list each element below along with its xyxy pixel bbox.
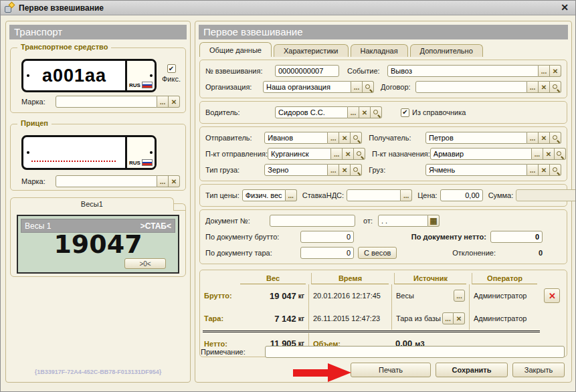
- destination-point-input[interactable]: [430, 148, 532, 160]
- receiver-open-button[interactable]: [550, 132, 561, 144]
- tare-source-cell: Тара из базы...✕: [391, 307, 469, 330]
- plate-input-underline: [31, 161, 116, 162]
- doc-tare-input[interactable]: [300, 247, 354, 259]
- zero-scale-button[interactable]: >0<: [124, 258, 166, 269]
- driver-clear-button[interactable]: ✕: [359, 106, 371, 118]
- cargo-type-input[interactable]: [264, 164, 328, 176]
- tare-source-select-button[interactable]: ...: [442, 312, 454, 324]
- doc-net-input[interactable]: [490, 231, 543, 243]
- russia-flag-icon: [142, 82, 153, 88]
- event-input[interactable]: [387, 65, 539, 77]
- cargo-type-select-button[interactable]: ...: [328, 164, 339, 176]
- plate-region-code: RUS: [129, 160, 140, 166]
- tare-row-label: Тара:: [203, 309, 237, 328]
- destination-point-select-button[interactable]: ...: [532, 148, 543, 160]
- sum-input: [516, 189, 576, 201]
- driver-open-button[interactable]: [371, 106, 382, 118]
- cargo-type-open-button[interactable]: [351, 164, 362, 176]
- tab-waybill[interactable]: Накладная: [351, 44, 408, 57]
- trailer-group-title: Прицеп: [17, 119, 52, 127]
- tab-characteristics[interactable]: Характеристики: [274, 44, 349, 57]
- print-button[interactable]: Печать: [351, 363, 431, 377]
- contract-input[interactable]: [415, 81, 527, 93]
- vehicle-plate[interactable]: a001aa RUS: [21, 59, 157, 92]
- weighing-panel: Первое взвешивание Общие данные Характер…: [195, 21, 572, 383]
- organization-select-button[interactable]: ...: [351, 81, 363, 93]
- tare-source-clear-button[interactable]: ✕: [454, 312, 465, 324]
- cargo-open-button[interactable]: [550, 164, 561, 176]
- sum-label: Сумма:: [488, 191, 514, 199]
- contract-open-button[interactable]: [550, 81, 561, 93]
- fix-checkbox[interactable]: ✔: [167, 64, 176, 73]
- from-catalog-label: Из справочника: [412, 108, 466, 116]
- organization-open-button[interactable]: [363, 81, 374, 93]
- close-window-button[interactable]: ✕: [561, 2, 569, 13]
- delete-gross-button[interactable]: ✕: [544, 288, 560, 303]
- doc-gross-label: По документу брутто:: [205, 233, 300, 241]
- cargo-type-clear-button[interactable]: ✕: [339, 164, 351, 176]
- from-catalog-checkbox[interactable]: ✔: [401, 108, 409, 117]
- departure-point-select-button[interactable]: ...: [331, 148, 343, 160]
- organization-input[interactable]: [263, 81, 351, 93]
- tare-operator-value: Администратор: [469, 307, 540, 330]
- contract-clear-button[interactable]: ✕: [539, 81, 550, 93]
- gross-source-select-button[interactable]: ...: [454, 290, 465, 302]
- search-icon: [556, 151, 563, 158]
- driver-select-button[interactable]: ...: [348, 106, 359, 118]
- total-separator: [203, 330, 540, 332]
- sender-label: Отправитель:: [205, 134, 264, 142]
- driver-input[interactable]: [275, 106, 348, 118]
- receiver-input[interactable]: [425, 132, 527, 144]
- document-date-calendar-button[interactable]: ▦: [428, 215, 440, 227]
- tab-general[interactable]: Общие данные: [199, 42, 272, 57]
- col-header-operator: Оператор: [472, 273, 537, 284]
- vehicle-marka-clear-button[interactable]: ✕: [169, 96, 180, 108]
- sender-select-button[interactable]: ...: [328, 132, 339, 144]
- close-button[interactable]: Закрыть: [512, 363, 565, 377]
- transport-header: Транспорт: [9, 25, 187, 39]
- event-clear-button[interactable]: ✕: [550, 65, 561, 77]
- departure-point-input[interactable]: [268, 148, 331, 160]
- save-button[interactable]: Сохранить: [436, 363, 508, 377]
- scale-name: Весы 1: [25, 221, 51, 231]
- doc-gross-input[interactable]: [300, 231, 354, 243]
- sender-open-button[interactable]: [351, 132, 362, 144]
- destination-point-clear-button[interactable]: ✕: [543, 148, 555, 160]
- tab-additional[interactable]: Дополнительно: [410, 44, 483, 57]
- receiver-clear-button[interactable]: ✕: [539, 132, 550, 144]
- scale-tab[interactable]: Весы1: [10, 197, 174, 211]
- price-label: Цена:: [417, 191, 438, 199]
- destination-point-open-button[interactable]: [555, 148, 566, 160]
- vat-rate-input[interactable]: [347, 189, 401, 201]
- trailer-marka-input[interactable]: [56, 175, 157, 187]
- sender-input[interactable]: [264, 132, 328, 144]
- cargo-select-button[interactable]: ...: [527, 164, 539, 176]
- trailer-marka-select-button[interactable]: ...: [157, 175, 169, 187]
- cargo-clear-button[interactable]: ✕: [539, 164, 550, 176]
- document-date-input[interactable]: [378, 215, 428, 227]
- cargo-input[interactable]: [425, 164, 527, 176]
- vehicle-marka-input[interactable]: [56, 96, 157, 108]
- note-input[interactable]: [265, 346, 565, 358]
- departure-point-open-button[interactable]: [354, 148, 365, 160]
- weighing-number-input[interactable]: [275, 65, 339, 77]
- sender-clear-button[interactable]: ✕: [339, 132, 351, 144]
- vehicle-marka-select-button[interactable]: ...: [157, 96, 169, 108]
- vat-rate-select-button[interactable]: ...: [401, 189, 412, 201]
- from-scale-button[interactable]: С весов: [358, 247, 397, 259]
- doc-net-label: По документу нетто:: [411, 233, 486, 241]
- contract-select-button[interactable]: ...: [527, 81, 539, 93]
- trailer-plate[interactable]: RUS: [21, 135, 157, 170]
- price-type-select-button[interactable]: ...: [286, 189, 297, 201]
- receiver-select-button[interactable]: ...: [527, 132, 539, 144]
- price-input[interactable]: [440, 189, 483, 201]
- trailer-marka-clear-button[interactable]: ✕: [169, 175, 180, 187]
- tab-strip: Общие данные Характеристики Накладная До…: [199, 42, 567, 57]
- scale-box: Весы1 Весы 1 >СТАБ< 19047 >0<: [10, 197, 186, 278]
- document-number-input[interactable]: [270, 215, 355, 227]
- price-type-label: Тип цены:: [205, 191, 239, 199]
- event-select-button[interactable]: ...: [539, 65, 550, 77]
- departure-point-clear-button[interactable]: ✕: [343, 148, 354, 160]
- note-label: Примечание:: [201, 348, 265, 356]
- price-type-input[interactable]: [242, 189, 286, 201]
